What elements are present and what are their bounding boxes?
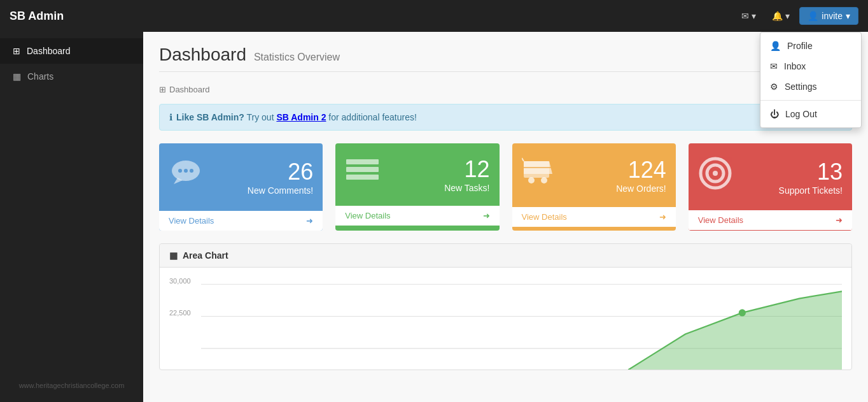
tasks-card: 12 New Tasks! View Details ➜ bbox=[335, 143, 499, 231]
sidebar-item-label: Charts bbox=[27, 71, 53, 82]
info-alert: ℹ Like SB Admin? Try out SB Admin 2 for … bbox=[159, 104, 852, 131]
svg-rect-7 bbox=[346, 175, 379, 180]
svg-point-12 bbox=[541, 177, 547, 183]
info-icon: ℹ bbox=[169, 112, 172, 122]
user-dropdown-menu: 👤 Profile ✉ Inbox ⚙ Settings ⏻ Log Out bbox=[760, 32, 862, 128]
tickets-count: 13 bbox=[779, 159, 843, 185]
navbar: SB Admin ✉ ▾ 🔔 ▾ 👤 invite ▾ bbox=[0, 0, 868, 32]
tickets-numbers: 13 Support Tickets! bbox=[779, 159, 843, 196]
comments-card: 26 New Comments! View Details ➜ bbox=[159, 143, 323, 231]
breadcrumb: ⊞ Dashboard bbox=[159, 82, 852, 97]
sidebar: ⊞ Dashboard ▦ Charts www.heritagechristi… bbox=[0, 32, 143, 402]
charts-icon: ▦ bbox=[13, 71, 21, 82]
area-chart-body: 30,000 22,500 bbox=[160, 268, 851, 370]
svg-point-16 bbox=[713, 171, 718, 176]
orders-card-top: 124 New Orders! bbox=[512, 143, 676, 207]
svg-point-2 bbox=[178, 169, 182, 173]
tasks-card-bottom: View Details ➜ bbox=[335, 206, 499, 226]
bell-caret: ▾ bbox=[785, 11, 790, 21]
tickets-card: 13 Support Tickets! View Details ➜ bbox=[689, 143, 852, 231]
tickets-view-details[interactable]: View Details ➜ bbox=[698, 215, 843, 225]
comments-numbers: 26 New Comments! bbox=[248, 159, 313, 196]
alert-end: for additional features! bbox=[328, 112, 417, 122]
invite-caret: ▾ bbox=[846, 11, 850, 21]
tasks-label: New Tasks! bbox=[444, 183, 489, 193]
y-label-30000: 30,000 bbox=[169, 277, 191, 285]
profile-icon: 👤 bbox=[770, 41, 781, 51]
area-chart-svg bbox=[201, 277, 842, 370]
tasks-icon bbox=[345, 157, 380, 192]
sidebar-item-label: Dashboard bbox=[27, 46, 71, 56]
tasks-card-top: 12 New Tasks! bbox=[335, 143, 499, 206]
orders-icon bbox=[522, 156, 557, 194]
chart-heading-icon: ▦ bbox=[169, 250, 178, 261]
dropdown-logout[interactable]: ⏻ Log Out bbox=[760, 104, 861, 124]
navbar-right: ✉ ▾ 🔔 ▾ 👤 invite ▾ bbox=[735, 7, 858, 25]
brand-logo[interactable]: SB Admin bbox=[10, 10, 64, 23]
comments-view-details[interactable]: View Details ➜ bbox=[169, 216, 313, 226]
inbox-icon: ✉ bbox=[770, 61, 778, 71]
y-label-22500: 22,500 bbox=[169, 309, 191, 317]
invite-button[interactable]: 👤 invite ▾ bbox=[799, 7, 858, 25]
settings-icon: ⚙ bbox=[770, 82, 778, 92]
dropdown-settings[interactable]: ⚙ Settings bbox=[760, 76, 861, 97]
tickets-card-top: 13 Support Tickets! bbox=[689, 143, 852, 210]
svg-point-20 bbox=[739, 309, 746, 316]
svg-point-11 bbox=[528, 177, 535, 183]
tickets-card-bottom: View Details ➜ bbox=[689, 210, 852, 230]
area-chart-panel: ▦ Area Chart 30,000 22,500 bbox=[159, 243, 852, 370]
comments-card-bottom: View Details ➜ bbox=[159, 211, 323, 231]
orders-card: 124 New Orders! View Details ➜ bbox=[512, 143, 676, 231]
svg-line-13 bbox=[522, 158, 524, 161]
bell-button[interactable]: 🔔 ▾ bbox=[766, 8, 796, 24]
comments-icon bbox=[169, 156, 204, 198]
svg-rect-5 bbox=[346, 159, 379, 164]
dropdown-profile[interactable]: 👤 Profile bbox=[760, 36, 861, 56]
tasks-count: 12 bbox=[444, 156, 489, 183]
tasks-arrow: ➜ bbox=[483, 211, 490, 220]
comments-card-top: 26 New Comments! bbox=[159, 143, 323, 211]
tasks-numbers: 12 New Tasks! bbox=[444, 156, 489, 193]
svg-point-4 bbox=[190, 169, 193, 173]
tasks-view-details[interactable]: View Details ➜ bbox=[345, 211, 489, 220]
alert-mid: Try out bbox=[246, 112, 276, 122]
mail-caret: ▾ bbox=[752, 11, 756, 21]
stat-cards: 26 New Comments! View Details ➜ bbox=[159, 143, 852, 231]
dropdown-inbox[interactable]: ✉ Inbox bbox=[760, 56, 861, 76]
orders-card-bottom: View Details ➜ bbox=[512, 207, 676, 227]
tickets-label: Support Tickets! bbox=[779, 185, 843, 196]
comments-label: New Comments! bbox=[248, 185, 313, 196]
orders-arrow: ➜ bbox=[659, 212, 666, 222]
mail-button[interactable]: ✉ ▾ bbox=[735, 8, 762, 24]
sidebar-item-dashboard[interactable]: ⊞ Dashboard bbox=[0, 38, 143, 64]
breadcrumb-icon: ⊞ bbox=[159, 85, 166, 94]
chart-area: 30,000 22,500 bbox=[169, 277, 842, 360]
comments-count: 26 bbox=[248, 159, 313, 185]
bell-icon: 🔔 bbox=[772, 11, 783, 21]
svg-point-3 bbox=[184, 169, 188, 173]
alert-brand: Like SB Admin? bbox=[176, 112, 244, 122]
orders-view-details[interactable]: View Details ➜ bbox=[522, 212, 666, 222]
breadcrumb-label: Dashboard bbox=[169, 85, 210, 94]
sidebar-footer: www.heritagechristiancollege.com bbox=[0, 375, 143, 396]
dropdown-divider bbox=[760, 100, 861, 101]
user-icon: 👤 bbox=[808, 11, 818, 21]
tickets-arrow: ➜ bbox=[836, 215, 843, 225]
svg-rect-6 bbox=[346, 167, 379, 172]
logout-icon: ⏻ bbox=[770, 109, 779, 119]
orders-label: New Orders! bbox=[616, 183, 666, 194]
tickets-icon bbox=[698, 156, 733, 197]
mail-icon: ✉ bbox=[741, 11, 749, 21]
area-chart-heading: ▦ Area Chart bbox=[160, 244, 851, 268]
chart-heading-title: Area Chart bbox=[183, 250, 228, 261]
sidebar-item-charts[interactable]: ▦ Charts bbox=[0, 64, 143, 89]
page-header: Dashboard Statistics Overview bbox=[159, 45, 852, 72]
alert-content: Like SB Admin? Try out SB Admin 2 for ad… bbox=[176, 112, 417, 122]
orders-count: 124 bbox=[616, 157, 666, 183]
dashboard-icon: ⊞ bbox=[13, 46, 20, 56]
page-subtitle: Statistics Overview bbox=[254, 52, 340, 62]
sb-admin-2-link[interactable]: SB Admin 2 bbox=[276, 112, 326, 122]
page-title: Dashboard bbox=[159, 45, 246, 64]
comments-arrow: ➜ bbox=[306, 216, 313, 226]
invite-label: invite bbox=[822, 11, 843, 21]
